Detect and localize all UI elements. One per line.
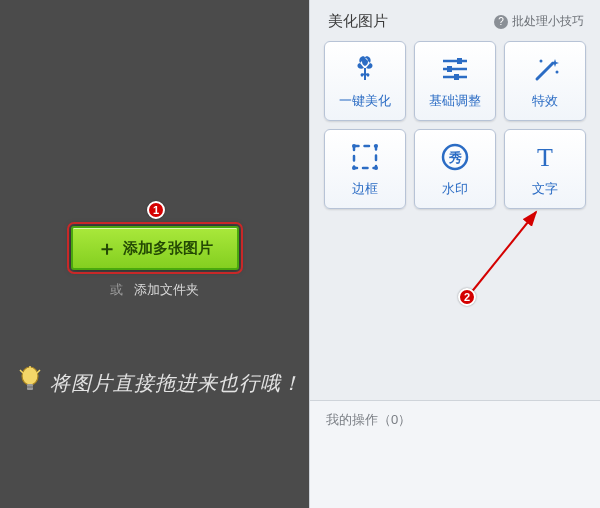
- annotation-arrow: [458, 202, 548, 302]
- sliders-icon: [438, 52, 472, 86]
- my-operations-label: 我的操作（0）: [326, 412, 411, 427]
- tool-watermark[interactable]: 秀 水印: [414, 129, 496, 209]
- tool-frame[interactable]: 边框: [324, 129, 406, 209]
- add-images-label: 添加多张图片: [123, 239, 213, 258]
- svg-rect-4: [457, 58, 462, 64]
- svg-point-11: [556, 71, 559, 74]
- svg-line-20: [470, 212, 536, 294]
- add-images-button[interactable]: ＋ 添加多张图片: [71, 226, 239, 270]
- svg-point-10: [540, 60, 543, 63]
- svg-point-14: [374, 144, 378, 148]
- svg-point-16: [374, 166, 378, 170]
- or-label: 或: [110, 282, 123, 297]
- text-icon: T: [528, 140, 562, 174]
- drag-tip: 将图片直接拖进来也行哦！: [18, 366, 302, 400]
- tool-label: 特效: [532, 92, 558, 110]
- svg-point-0: [22, 367, 38, 385]
- tools-grid: 一键美化 基础调整: [310, 41, 600, 209]
- tool-label: 水印: [442, 180, 468, 198]
- tool-label: 基础调整: [429, 92, 481, 110]
- svg-point-13: [352, 144, 356, 148]
- annotation-badge-1: 1: [147, 201, 165, 219]
- svg-text:T: T: [537, 143, 553, 172]
- tool-label: 文字: [532, 180, 558, 198]
- tool-basic-adjust[interactable]: 基础调整: [414, 41, 496, 121]
- drop-zone-pane: 1 ＋ 添加多张图片 或 添加文件夹 将图片直接拖进来也行哦！: [0, 0, 309, 508]
- panel-header: 美化图片 ? 批处理小技巧: [310, 0, 600, 41]
- svg-point-15: [352, 166, 356, 170]
- app-root: 1 ＋ 添加多张图片 或 添加文件夹 将图片直接拖进来也行哦！ 美化图片: [0, 0, 600, 508]
- svg-line-9: [537, 63, 553, 79]
- svg-rect-6: [447, 66, 452, 72]
- beautify-panel: 美化图片 ? 批处理小技巧 一键美化: [309, 0, 600, 508]
- tool-effects[interactable]: 特效: [504, 41, 586, 121]
- plus-icon: ＋: [97, 235, 117, 262]
- frame-icon: [348, 140, 382, 174]
- tool-one-click-beautify[interactable]: 一键美化: [324, 41, 406, 121]
- flower-icon: [348, 52, 382, 86]
- my-operations-section: 我的操作（0）: [310, 400, 600, 508]
- annotation-badge-2: 2: [458, 288, 476, 306]
- stamp-icon: 秀: [438, 140, 472, 174]
- wand-icon: [528, 52, 562, 86]
- tool-label: 一键美化: [339, 92, 391, 110]
- panel-title: 美化图片: [328, 12, 388, 31]
- batch-tips-label: 批处理小技巧: [512, 13, 584, 30]
- tool-text[interactable]: T 文字: [504, 129, 586, 209]
- svg-text:秀: 秀: [448, 150, 462, 165]
- tool-label: 边框: [352, 180, 378, 198]
- batch-tips-link[interactable]: ? 批处理小技巧: [494, 13, 584, 30]
- drag-tip-text: 将图片直接拖进来也行哦！: [50, 370, 302, 397]
- help-icon: ?: [494, 15, 508, 29]
- svg-rect-12: [354, 146, 376, 168]
- add-folder-link[interactable]: 添加文件夹: [134, 282, 199, 297]
- add-folder-row: 或 添加文件夹: [0, 281, 309, 299]
- lightbulb-icon: [18, 366, 42, 400]
- svg-rect-8: [454, 74, 459, 80]
